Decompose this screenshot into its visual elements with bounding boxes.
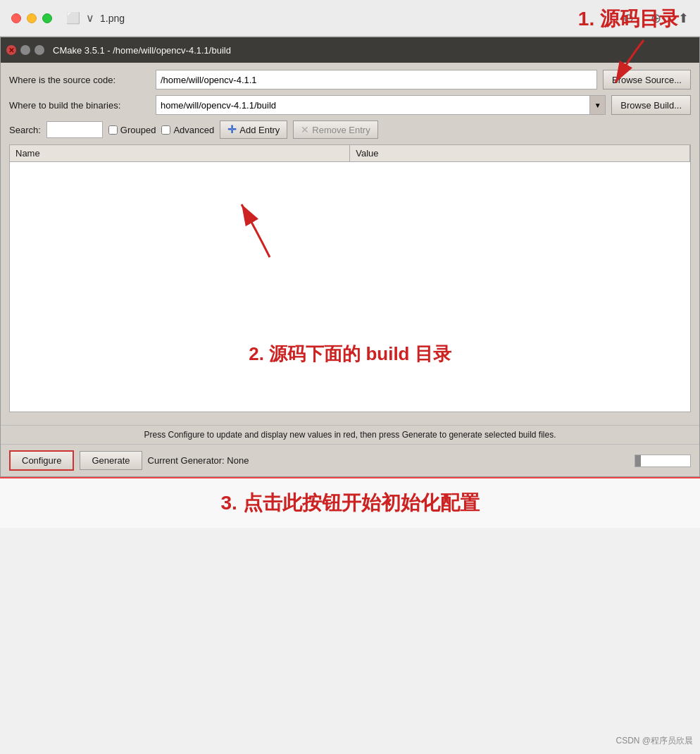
cmake-table-area: Name Value 2. 源码下面的 build 目录 (9, 144, 691, 412)
build-binaries-row: Where to build the binaries: ▼ Browse Bu… (9, 95, 691, 115)
cmake-window: ✕ CMake 3.5.1 - /home/will/opencv-4.1.1/… (0, 37, 700, 477)
cmake-close-btn[interactable]: ✕ (6, 45, 16, 55)
cmake-body: Where is the source code: Browse Source.… (1, 63, 699, 425)
generate-button[interactable]: Generate (80, 451, 142, 470)
window-icon: ⬜ (66, 11, 80, 25)
build-path-select[interactable]: ▼ (156, 95, 606, 115)
cmake-max-btn[interactable] (35, 45, 44, 55)
cmake-min-btn[interactable] (20, 45, 30, 55)
advanced-checkbox-label[interactable]: Advanced (161, 125, 214, 135)
configure-button[interactable]: Configure (9, 450, 74, 471)
progress-fill (635, 455, 641, 466)
search-input[interactable] (46, 121, 103, 138)
search-label: Search: (9, 125, 41, 135)
cmake-table-wrapper[interactable]: Name Value (9, 144, 691, 412)
grouped-checkbox[interactable] (108, 125, 118, 135)
status-message: Press Configure to update and display ne… (144, 430, 556, 440)
build-path-dropdown-arrow[interactable]: ▼ (589, 96, 605, 114)
cmake-table: Name Value (10, 145, 690, 162)
annotation-1-label: 1. 源码目录 (578, 6, 679, 32)
add-entry-button[interactable]: ✛ Add Entry (220, 120, 287, 139)
build-label: Where to build the binaries: (9, 100, 150, 111)
grouped-label: Grouped (120, 125, 156, 135)
x-icon: ✕ (301, 124, 309, 135)
mac-dots (11, 13, 52, 23)
search-filter-row: Search: Grouped Advanced ✛ Add Entry ✕ R… (9, 120, 691, 139)
source-input[interactable] (156, 70, 597, 89)
col-name-header: Name (10, 145, 350, 162)
col-value-header: Value (350, 145, 690, 162)
cmake-window-title: CMake 3.5.1 - /home/will/opencv-4.1.1/bu… (53, 45, 231, 56)
mac-min-dot[interactable] (27, 13, 37, 23)
remove-entry-label: Remove Entry (312, 125, 370, 135)
add-entry-label: Add Entry (239, 125, 280, 135)
mac-close-dot[interactable] (11, 13, 21, 23)
cmake-status-text: Press Configure to update and display ne… (1, 425, 699, 444)
grouped-checkbox-label[interactable]: Grouped (108, 125, 156, 135)
remove-entry-button[interactable]: ✕ Remove Entry (293, 120, 377, 139)
build-path-input[interactable] (156, 96, 589, 114)
cmake-bottom-bar: Configure Generate Current Generator: No… (1, 444, 699, 476)
mac-titlebar: ⬜ ∨ 1.png ⊖ ⊕ ⬆ 1. 源码目录 (0, 0, 700, 37)
generator-text: Current Generator: None (148, 455, 629, 466)
advanced-label: Advanced (173, 125, 214, 135)
progress-bar (635, 455, 691, 467)
browse-build-button[interactable]: Browse Build... (611, 95, 691, 115)
share-icon[interactable]: ⬆ (678, 11, 689, 26)
mac-max-dot[interactable] (42, 13, 52, 23)
plus-icon: ✛ (227, 123, 237, 136)
chevron-icon: ∨ (86, 11, 94, 25)
annotation-3-label: 3. 点击此按钮开始初始化配置 (0, 477, 700, 528)
watermark: CSDN @程序员欣晨 (615, 735, 693, 747)
arrow-1 (573, 37, 658, 86)
mac-window-title: 1.png (100, 13, 125, 24)
source-label: Where is the source code: (9, 75, 150, 85)
advanced-checkbox[interactable] (161, 125, 170, 135)
